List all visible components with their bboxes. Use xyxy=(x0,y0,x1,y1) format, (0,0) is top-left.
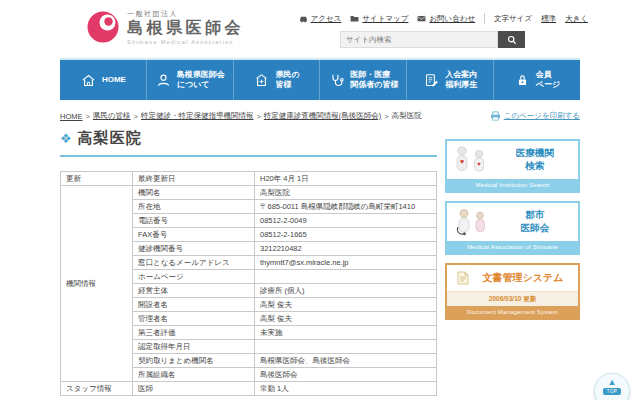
value-cell: 3212210482 xyxy=(255,242,437,256)
label-cell: 管理者名 xyxy=(133,312,255,326)
value-cell: 未実施 xyxy=(255,326,437,340)
car-icon xyxy=(299,14,308,23)
group-cell: スタッフ情報 xyxy=(61,382,133,396)
breadcrumb-kenshin-info[interactable]: 特定健診・特定保健指導機関情報 xyxy=(141,111,254,121)
label-cell: 健診機関番号 xyxy=(133,242,255,256)
banner-subtitle: Document Management System xyxy=(447,306,578,318)
document-icon xyxy=(456,271,470,285)
sitemap-link[interactable]: サイトマップ xyxy=(350,14,408,24)
page-top-label: TOP xyxy=(603,388,621,395)
value-cell xyxy=(255,270,437,284)
breadcrumb-dozen-list[interactable]: 特定健康診査機関情報(島後医師会) xyxy=(264,111,382,121)
nav-home[interactable]: HOME xyxy=(60,60,146,100)
breadcrumb: HOME > 県民の皆様 > 特定健診・特定保健指導機関情報 > 特定健康診査機… xyxy=(60,111,422,121)
nav-member-page[interactable]: 会員ページ xyxy=(493,60,580,100)
diamond-icon: ❖ xyxy=(60,132,72,145)
label-cell: 窓口となるメールアドレス xyxy=(133,256,255,270)
breadcrumb-separator: > xyxy=(256,112,260,121)
home-icon xyxy=(80,72,97,89)
label-cell: 医師 xyxy=(133,382,255,396)
value-cell: 高梨医院 xyxy=(255,186,437,200)
mail-icon xyxy=(417,14,426,23)
banner-subtitle: Medical Institution Search xyxy=(447,179,578,191)
org-name-en: Shimane Medical Association xyxy=(127,39,244,45)
label-cell: 経営主体 xyxy=(133,284,255,298)
label-cell: 電話番号 xyxy=(133,214,255,228)
breadcrumb-residents[interactable]: 県民の皆様 xyxy=(93,111,131,121)
page-title: 高梨医院 xyxy=(78,129,142,148)
breadcrumb-home[interactable]: HOME xyxy=(60,112,83,121)
svg-text:♥: ♥ xyxy=(477,161,481,167)
doctors-icon xyxy=(452,207,494,237)
main-nav: HOME 島根県医師会について 県民の皆様 医師・医療関係者の皆様 入会案内福利… xyxy=(60,58,580,100)
breadcrumb-current: 高梨医院 xyxy=(392,111,422,121)
label-cell: 契約取りまとめ機関名 xyxy=(133,354,255,368)
logo-text: 一般社団法人 島根県医師会 Shimane Medical Associatio… xyxy=(127,9,244,45)
document-pen-icon xyxy=(423,72,440,89)
banner-medical-institution-search[interactable]: ♥ ♥ 医療機関検索 Medical Institution Search xyxy=(445,139,580,193)
breadcrumb-separator: > xyxy=(86,112,90,121)
banner-title: 郡市医師会 xyxy=(497,209,573,235)
header: 一般社団法人 島根県医師会 Shimane Medical Associatio… xyxy=(0,0,640,58)
lock-icon xyxy=(514,72,531,89)
nav-residents[interactable]: 県民の皆様 xyxy=(233,60,320,100)
label-cell: FAX番号 xyxy=(133,228,255,242)
banner-document-management[interactable]: 文書管理システム 2006/03/10 更新 Document Manageme… xyxy=(445,263,580,320)
main-content: ❖ 高梨医院 更新 最終更新日 H20年 4月 1日 機関情報 機関名 高梨医院… xyxy=(60,129,580,396)
label-cell: 最終更新日 xyxy=(133,172,255,186)
table-row: 機関情報 機関名 高梨医院 xyxy=(61,186,437,200)
search-button[interactable] xyxy=(498,31,525,48)
printer-icon xyxy=(490,111,501,121)
access-link[interactable]: アクセス xyxy=(299,14,342,24)
nav-membership[interactable]: 入会案内福利厚生 xyxy=(406,60,493,100)
nav-about[interactable]: 島根県医師会について xyxy=(146,60,233,100)
nav-medical-staff[interactable]: 医師・医療関係者の皆様 xyxy=(319,60,406,100)
site-logo[interactable]: 一般社団法人 島根県医師会 Shimane Medical Associatio… xyxy=(86,9,244,45)
banner-title: 文書管理システム xyxy=(473,271,573,285)
value-cell: 〒685-0011 島根県隠岐郡隠岐の島町栄町1410 xyxy=(255,200,437,214)
banner-title: 医療機関検索 xyxy=(497,147,573,173)
banner-city-medical-association[interactable]: 郡市医師会 Medical Association of Shimane xyxy=(445,201,580,255)
value-cell: 診療所 (個人) xyxy=(255,284,437,298)
value-cell xyxy=(255,340,437,354)
value-cell: 常勤 1人 xyxy=(255,382,437,396)
print-page-link[interactable]: このページを印刷する xyxy=(490,111,580,121)
group-cell: 機関情報 xyxy=(61,186,133,382)
label-cell: 開設者名 xyxy=(133,298,255,312)
table-row: スタッフ情報 医師 常勤 1人 xyxy=(61,382,437,396)
group-cell: 更新 xyxy=(61,172,133,186)
utility-divider xyxy=(484,13,485,24)
label-cell: 所在地 xyxy=(133,200,255,214)
value-cell: thymntt7@sx.miracle.ne.jp xyxy=(255,256,437,270)
breadcrumb-separator: > xyxy=(384,112,388,121)
banner-subtitle: Medical Association of Shimane xyxy=(447,241,578,253)
people-hearts-icon: ♥ ♥ xyxy=(452,145,494,175)
stethoscope-icon xyxy=(328,72,345,89)
breadcrumb-row: HOME > 県民の皆様 > 特定健診・特定保健指導機関情報 > 特定健康診査機… xyxy=(60,111,580,121)
value-cell: 高梨 俊夫 xyxy=(255,312,437,326)
value-cell: 高梨 俊夫 xyxy=(255,298,437,312)
search-icon xyxy=(507,35,517,45)
font-size-large[interactable]: 大きく xyxy=(565,14,588,24)
arrow-up-icon: ▲ xyxy=(608,378,617,387)
logo-mark-icon xyxy=(86,10,120,44)
clinic-detail: ❖ 高梨医院 更新 最終更新日 H20年 4月 1日 機関情報 機関名 高梨医院… xyxy=(60,129,437,396)
person-icon xyxy=(155,72,172,89)
label-cell: 所属組織名 xyxy=(133,368,255,382)
site-search xyxy=(340,31,525,48)
table-row: 更新 最終更新日 H20年 4月 1日 xyxy=(61,172,437,186)
utility-nav: アクセス サイトマップ お問い合わせ 文字サイズ 標準 大きく xyxy=(299,13,588,24)
label-cell: 機関名 xyxy=(133,186,255,200)
value-cell: H20年 4月 1日 xyxy=(255,172,437,186)
org-type: 一般社団法人 xyxy=(127,9,244,19)
breadcrumb-separator: > xyxy=(134,112,138,121)
search-input[interactable] xyxy=(340,31,498,48)
page-top-button[interactable]: ▲ TOP xyxy=(594,373,630,400)
org-name: 島根県医師会 xyxy=(127,19,244,37)
font-size-standard[interactable]: 標準 xyxy=(541,14,556,24)
value-cell: 島後医師会 xyxy=(255,368,437,382)
folder-icon xyxy=(350,14,359,23)
contact-link[interactable]: お問い合わせ xyxy=(417,14,475,24)
label-cell: 第三者評価 xyxy=(133,326,255,340)
sidebar-banners: ♥ ♥ 医療機関検索 Medical Institution Search xyxy=(445,139,580,396)
